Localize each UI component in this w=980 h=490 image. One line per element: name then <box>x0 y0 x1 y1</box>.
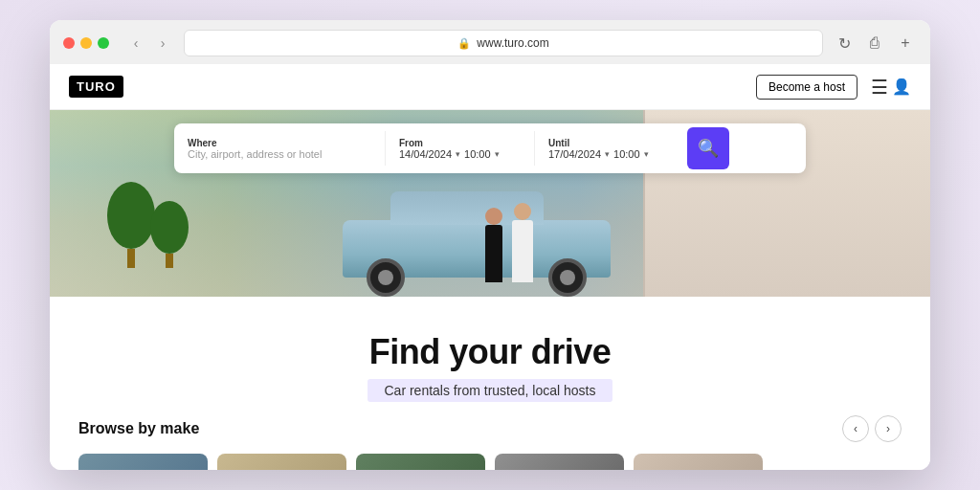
make-card[interactable] <box>217 454 346 470</box>
car-body <box>343 220 611 278</box>
browse-prev-button[interactable]: ‹ <box>842 415 869 442</box>
address-bar[interactable]: 🔒 www.turo.com <box>184 30 823 56</box>
back-button[interactable]: ‹ <box>124 32 147 55</box>
refresh-button[interactable]: ↻ <box>833 32 856 55</box>
maximize-traffic-light[interactable] <box>98 37 109 49</box>
person-body-2 <box>512 220 533 282</box>
make-card[interactable] <box>495 454 624 470</box>
from-date-chevron: ▾ <box>456 149 460 159</box>
site-nav: TURO Become a host ☰ 👤 <box>50 64 930 110</box>
become-host-button[interactable]: Become a host <box>756 75 858 100</box>
browse-title: Browse by make <box>78 420 199 437</box>
from-date-value: 14/04/2024 ▾ 10:00 ▾ <box>399 148 521 160</box>
new-tab-button[interactable]: + <box>894 32 917 55</box>
hero-text-section: Find your drive Car rentals from trusted… <box>78 316 902 415</box>
until-date-chevron: ▾ <box>605 149 610 159</box>
minimize-traffic-light[interactable] <box>80 37 92 49</box>
until-date-text: 17/04/2024 <box>548 148 601 160</box>
until-time-chevron: ▾ <box>644 149 649 159</box>
where-field[interactable]: Where City, airport, address or hotel <box>174 123 385 173</box>
people-image <box>485 203 533 282</box>
url-text: www.turo.com <box>477 36 548 50</box>
until-date-value: 17/04/2024 ▾ 10:00 ▾ <box>548 148 670 160</box>
forward-button[interactable]: › <box>151 32 174 55</box>
browse-header: Browse by make ‹ › <box>78 415 902 442</box>
browser-chrome: ‹ › 🔒 www.turo.com ↻ ⎙ + <box>50 20 930 64</box>
traffic-lights <box>63 37 109 49</box>
tree-left <box>107 182 155 268</box>
browse-next-button[interactable]: › <box>875 415 902 442</box>
person-male <box>512 203 533 282</box>
share-button[interactable]: ⎙ <box>863 32 886 55</box>
until-time-text: 10:00 <box>613 148 640 160</box>
hero-section: Where City, airport, address or hotel Fr… <box>50 110 930 297</box>
hamburger-icon: ☰ <box>871 76 888 99</box>
from-time-chevron: ▾ <box>495 149 500 159</box>
person-female <box>485 208 502 282</box>
close-traffic-light[interactable] <box>63 37 75 49</box>
search-icon: 🔍 <box>698 138 719 159</box>
from-time-text: 10:00 <box>464 148 491 160</box>
browse-navigation: ‹ › <box>842 415 902 442</box>
where-input[interactable]: City, airport, address or hotel <box>188 148 371 160</box>
browse-section: Browse by make ‹ › <box>78 415 902 470</box>
search-bar: Where City, airport, address or hotel Fr… <box>174 123 806 173</box>
website-content: TURO Become a host ☰ 👤 <box>50 64 930 470</box>
from-date-text: 14/04/2024 <box>399 148 452 160</box>
turo-logo: TURO <box>69 76 123 98</box>
sub-headline: Car rentals from trusted, local hosts <box>368 379 613 402</box>
person-head-1 <box>485 208 502 225</box>
nav-right: Become a host ☰ 👤 <box>756 75 911 100</box>
tree-center-left <box>150 201 189 268</box>
nav-menu-button[interactable]: ☰ 👤 <box>871 76 911 99</box>
main-headline: Find your drive <box>78 333 902 371</box>
lock-icon: 🔒 <box>457 37 471 50</box>
content-area: Find your drive Car rentals from trusted… <box>50 297 930 470</box>
car-image <box>343 220 611 278</box>
person-head-2 <box>514 203 531 220</box>
make-card[interactable] <box>356 454 485 470</box>
browser-window: ‹ › 🔒 www.turo.com ↻ ⎙ + TURO Become a h… <box>50 20 930 470</box>
make-cards-container <box>78 454 902 470</box>
from-label: From <box>399 138 521 148</box>
car-wheel-right <box>548 258 587 297</box>
make-card[interactable] <box>634 454 763 470</box>
browser-actions: ↻ ⎙ + <box>833 32 917 55</box>
until-field[interactable]: Until 17/04/2024 ▾ 10:00 ▾ <box>535 123 683 173</box>
browser-nav-arrows: ‹ › <box>124 32 174 55</box>
where-label: Where <box>188 138 371 148</box>
make-card[interactable] <box>78 454 208 470</box>
search-button[interactable]: 🔍 <box>687 127 729 169</box>
car-wheel-left <box>367 258 405 297</box>
profile-icon: 👤 <box>892 78 911 96</box>
from-field[interactable]: From 14/04/2024 ▾ 10:00 ▾ <box>386 123 534 173</box>
until-label: Until <box>548 138 670 148</box>
person-body-1 <box>485 225 502 282</box>
